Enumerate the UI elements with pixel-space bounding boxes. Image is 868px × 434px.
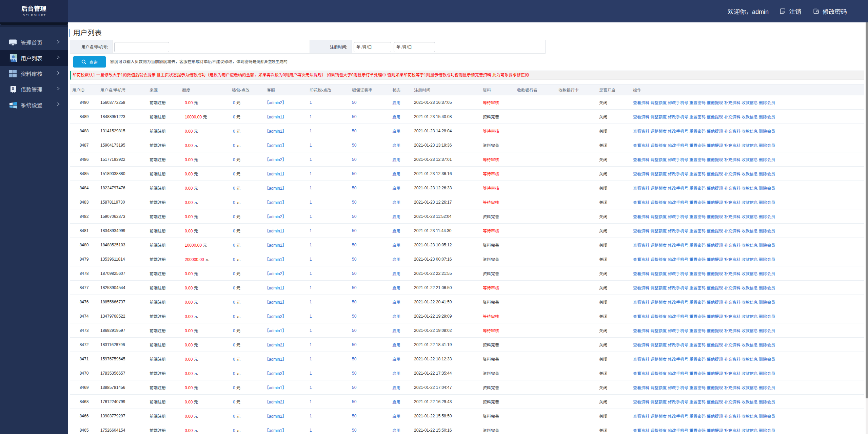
svg-text:¥: ¥ bbox=[12, 87, 14, 91]
